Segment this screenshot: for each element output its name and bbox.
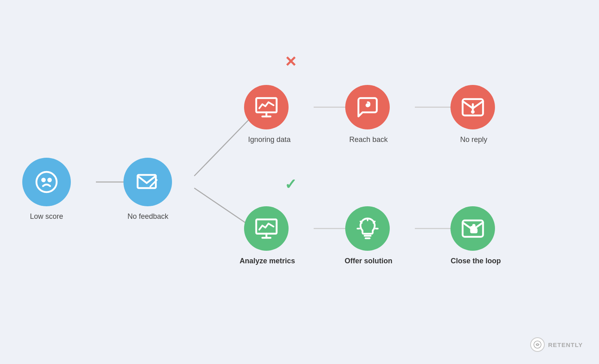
reach-back-label: Reach back (337, 135, 400, 144)
monitor-chart-icon (254, 95, 279, 120)
close-the-loop-label: Close the loop (438, 257, 513, 265)
svg-point-33 (537, 344, 538, 345)
analyze-metrics-circle (244, 206, 289, 251)
sad-face-icon (34, 170, 59, 194)
email-edit-icon (136, 170, 160, 194)
x-mark: ✕ (285, 53, 297, 70)
close-the-loop-circle (450, 206, 495, 251)
arrows-layer (0, 0, 599, 364)
no-reply-label: No reply (442, 135, 505, 144)
svg-point-21 (472, 111, 474, 112)
low-score-circle (22, 158, 71, 206)
check-mark: ✓ (285, 176, 297, 193)
svg-line-28 (373, 221, 375, 223)
retently-badge-icon (530, 337, 545, 352)
svg-line-29 (360, 221, 362, 223)
mail-alert-icon (461, 95, 485, 120)
monitor-chart-green-icon (254, 216, 279, 241)
low-score-label: Low score (13, 212, 80, 221)
ignoring-data-circle (244, 85, 289, 129)
retently-brand-text: RETENTLY (548, 341, 583, 348)
no-feedback-circle (123, 158, 172, 206)
retently-logo: RETENTLY (530, 337, 583, 352)
lightbulb-icon (355, 216, 380, 241)
mail-thumbsup-icon (461, 216, 485, 241)
retently-icon (533, 340, 542, 349)
no-feedback-label: No feedback (113, 212, 183, 221)
svg-point-12 (49, 179, 51, 181)
chat-question-icon (355, 95, 380, 120)
ignoring-data-label: Ignoring data (234, 135, 305, 144)
offer-solution-label: Offer solution (337, 257, 400, 265)
svg-point-32 (534, 341, 541, 348)
analyze-metrics-label: Analyze metrics (230, 257, 305, 265)
main-canvas: ✕ ✓ Low score No feedback Ignoring data (0, 0, 599, 364)
reach-back-circle (345, 85, 390, 129)
offer-solution-circle (345, 206, 390, 251)
svg-point-11 (42, 179, 45, 181)
svg-rect-13 (138, 175, 156, 188)
svg-point-10 (36, 172, 57, 192)
no-reply-circle (450, 85, 495, 129)
